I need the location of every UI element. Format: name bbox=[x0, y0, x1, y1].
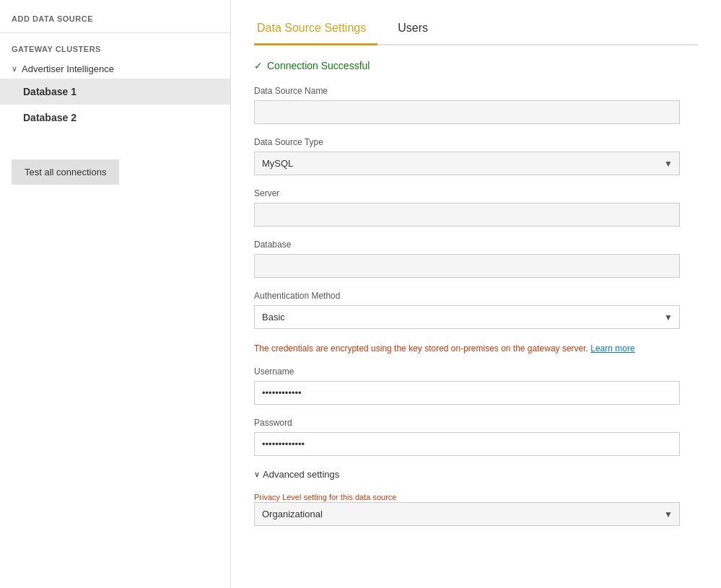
server-label: Server bbox=[254, 188, 680, 198]
cluster-name-label: Advertiser Intelligence bbox=[22, 63, 114, 74]
auth-method-select[interactable]: Basic Windows OAuth2 bbox=[254, 305, 680, 329]
sidebar-content: GATEWAY CLUSTERS ∨ Advertiser Intelligen… bbox=[0, 33, 230, 148]
connection-status: ✓ Connection Successful bbox=[254, 60, 698, 71]
gateway-clusters-label: GATEWAY CLUSTERS bbox=[0, 45, 230, 59]
main-content: Data Source Settings Users ✓ Connection … bbox=[231, 0, 721, 588]
database-item-2[interactable]: Database 2 bbox=[0, 105, 230, 131]
check-icon: ✓ bbox=[254, 60, 263, 71]
username-input[interactable] bbox=[254, 381, 680, 405]
data-source-name-input[interactable] bbox=[254, 100, 680, 124]
connection-status-text: Connection Successful bbox=[267, 60, 370, 71]
learn-more-link[interactable]: Learn more bbox=[590, 343, 634, 354]
advanced-settings-label: Advanced settings bbox=[263, 469, 339, 480]
password-input[interactable] bbox=[254, 432, 680, 456]
sidebar-header: ADD DATA SOURCE bbox=[0, 0, 230, 33]
tab-users[interactable]: Users bbox=[395, 14, 440, 45]
tabs-bar: Data Source Settings Users bbox=[254, 14, 698, 45]
privacy-level-group: Privacy Level setting for this data sour… bbox=[254, 491, 680, 526]
cluster-group: ∨ Advertiser Intelligence Database 1 Dat… bbox=[0, 59, 230, 131]
username-group: Username bbox=[254, 367, 680, 405]
credentials-note-text: The credentials are encrypted using the … bbox=[254, 343, 588, 354]
data-source-type-wrapper: MySQL SQL Server Oracle PostgreSQL ▼ bbox=[254, 152, 680, 175]
credentials-note: The credentials are encrypted using the … bbox=[254, 342, 680, 355]
password-label: Password bbox=[254, 418, 680, 428]
sidebar: ADD DATA SOURCE GATEWAY CLUSTERS ∨ Adver… bbox=[0, 0, 231, 588]
auth-method-label: Authentication Method bbox=[254, 291, 680, 301]
password-group: Password bbox=[254, 418, 680, 456]
sidebar-footer: Test all connections bbox=[0, 148, 230, 196]
data-source-type-label: Data Source Type bbox=[254, 137, 680, 147]
privacy-level-wrapper: Organizational Private Public None ▼ bbox=[254, 502, 680, 526]
username-label: Username bbox=[254, 367, 680, 377]
add-data-source-label: ADD DATA SOURCE bbox=[12, 14, 93, 23]
test-all-connections-button[interactable]: Test all connections bbox=[12, 159, 119, 185]
privacy-level-select[interactable]: Organizational Private Public None bbox=[254, 502, 680, 526]
data-source-name-label: Data Source Name bbox=[254, 86, 680, 96]
advanced-settings-chevron-icon: ∨ bbox=[254, 470, 260, 479]
server-input[interactable] bbox=[254, 203, 680, 227]
database-group: Database bbox=[254, 240, 680, 278]
data-source-form: Data Source Name Data Source Type MySQL … bbox=[254, 86, 680, 539]
data-source-type-select[interactable]: MySQL SQL Server Oracle PostgreSQL bbox=[254, 152, 680, 175]
privacy-level-label: Privacy Level setting for this data sour… bbox=[254, 493, 396, 501]
auth-method-group: Authentication Method Basic Windows OAut… bbox=[254, 291, 680, 329]
database-input[interactable] bbox=[254, 254, 680, 278]
data-source-name-group: Data Source Name bbox=[254, 86, 680, 124]
database-item-1[interactable]: Database 1 bbox=[0, 79, 230, 105]
server-group: Server bbox=[254, 188, 680, 227]
auth-method-wrapper: Basic Windows OAuth2 ▼ bbox=[254, 305, 680, 329]
tab-data-source-settings[interactable]: Data Source Settings bbox=[254, 14, 377, 45]
cluster-name[interactable]: ∨ Advertiser Intelligence bbox=[0, 59, 230, 79]
database-label: Database bbox=[254, 240, 680, 250]
cluster-chevron-icon: ∨ bbox=[12, 64, 17, 74]
data-source-type-group: Data Source Type MySQL SQL Server Oracle… bbox=[254, 137, 680, 175]
advanced-settings-toggle[interactable]: ∨ Advanced settings bbox=[254, 469, 680, 480]
